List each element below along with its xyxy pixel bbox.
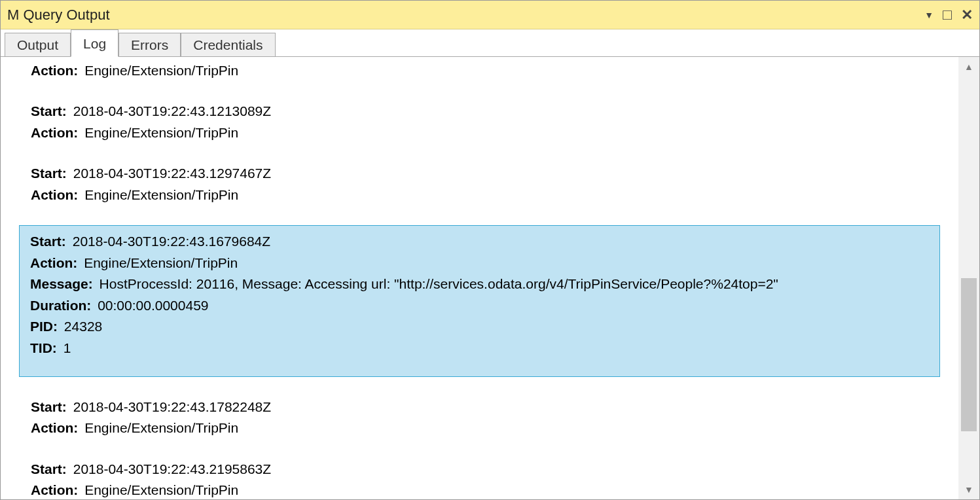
window-controls: ▼ □ ✕	[924, 6, 973, 24]
tab-output[interactable]: Output	[5, 33, 71, 57]
log-action: Action Engine/Extension/TripPin	[31, 122, 940, 144]
log-action-value: Engine/Extension/TripPin	[84, 482, 238, 497]
log-start: Start 2018-04-30T19:22:43.1297467Z	[31, 163, 940, 185]
log-start: Start 2018-04-30T19:22:43.1782248Z	[31, 397, 940, 418]
scrollbar-thumb[interactable]	[961, 278, 977, 431]
log-start-value: 2018-04-30T19:22:43.1679684Z	[73, 234, 270, 249]
log-action-value: Engine/Extension/TripPin	[84, 63, 238, 78]
log-action-label: Action	[31, 187, 78, 202]
log-duration-label: Duration	[30, 298, 91, 313]
log-action-value: Engine/Extension/TripPin	[84, 420, 238, 435]
log-content-area: StartAction Engine/Extension/TripPinStar…	[1, 57, 979, 499]
panel-title: M Query Output	[7, 7, 924, 24]
log-tid: TID 1	[30, 338, 929, 359]
log-tid-label: TID	[30, 340, 57, 355]
log-entry[interactable]: Start 2018-04-30T19:22:43.2195863ZAction…	[31, 459, 940, 499]
log-entry[interactable]: Start 2018-04-30T19:22:43.1782248ZAction…	[31, 397, 940, 439]
scroll-down-icon[interactable]: ▼	[958, 480, 979, 499]
log-pid-label: PID	[30, 319, 58, 334]
log-start-label: Start	[31, 461, 67, 476]
log-action: Action Engine/Extension/TripPin	[31, 185, 940, 206]
log-entry[interactable]: Start 2018-04-30T19:22:43.1679684ZAction…	[19, 225, 940, 376]
log-action-label: Action	[30, 255, 77, 270]
log-action: Action Engine/Extension/TripPin	[31, 418, 940, 439]
log-pid: PID 24328	[30, 316, 929, 338]
log-action-value: Engine/Extension/TripPin	[84, 255, 238, 270]
log-entry[interactable]: Start 2018-04-30T19:22:43.1297467ZAction…	[31, 163, 940, 205]
tab-log[interactable]: Log	[71, 29, 118, 57]
log-entry[interactable]: Start 2018-04-30T19:22:43.1213089ZAction…	[31, 101, 940, 143]
log-pid-value: 24328	[64, 319, 102, 334]
log-action-label: Action	[31, 63, 78, 78]
log-tid-value: 1	[64, 340, 71, 355]
close-icon[interactable]: ✕	[961, 7, 973, 24]
log-start-label: Start	[31, 399, 67, 414]
log-start: Start 2018-04-30T19:22:43.1213089Z	[31, 101, 940, 122]
log-start-value: 2018-04-30T19:22:43.1297467Z	[73, 166, 271, 181]
log-start: Start 2018-04-30T19:22:43.1679684Z	[30, 231, 929, 253]
log-viewport[interactable]: StartAction Engine/Extension/TripPinStar…	[1, 57, 958, 499]
log-start-value: 2018-04-30T19:22:43.2195863Z	[73, 461, 271, 476]
log-start: Start 2018-04-30T19:22:43.2195863Z	[31, 459, 940, 480]
log-start-label: Start	[31, 166, 67, 181]
log-action-value: Engine/Extension/TripPin	[84, 125, 238, 140]
log-start-value: 2018-04-30T19:22:43.1213089Z	[73, 103, 271, 118]
log-message: Message HostProcessId: 20116, Message: A…	[30, 274, 929, 295]
vertical-scrollbar[interactable]: ▲ ▼	[958, 57, 979, 499]
panel-root: M Query Output ▼ □ ✕ Output Log Errors C…	[0, 0, 980, 500]
log-action-label: Action	[31, 125, 78, 140]
panel-titlebar: M Query Output ▼ □ ✕	[1, 1, 979, 29]
scrollbar-track[interactable]	[958, 77, 979, 480]
log-action: Action Engine/Extension/TripPin	[31, 480, 940, 499]
log-action-label: Action	[31, 482, 78, 497]
maximize-icon[interactable]: □	[943, 6, 952, 24]
log-duration-value: 00:00:00.0000459	[98, 298, 208, 313]
tabstrip: Output Log Errors Credentials	[1, 29, 979, 57]
log-action-label: Action	[31, 420, 78, 435]
log-duration: Duration 00:00:00.0000459	[30, 295, 929, 317]
log-action: Action Engine/Extension/TripPin	[30, 253, 929, 274]
log-message-value: HostProcessId: 20116, Message: Accessing…	[100, 276, 778, 291]
log-start-label: Start	[31, 103, 67, 118]
log-action-value: Engine/Extension/TripPin	[84, 187, 238, 202]
log-start-label: Start	[30, 234, 66, 249]
log-start-value: 2018-04-30T19:22:43.1782248Z	[73, 399, 271, 414]
tab-errors[interactable]: Errors	[118, 33, 181, 57]
log-message-label: Message	[30, 276, 93, 291]
dropdown-icon[interactable]: ▼	[924, 10, 934, 20]
tab-credentials[interactable]: Credentials	[181, 33, 275, 57]
log-entry[interactable]: StartAction Engine/Extension/TripPin	[31, 57, 940, 81]
scroll-up-icon[interactable]: ▲	[958, 57, 979, 77]
log-action: Action Engine/Extension/TripPin	[31, 60, 940, 82]
